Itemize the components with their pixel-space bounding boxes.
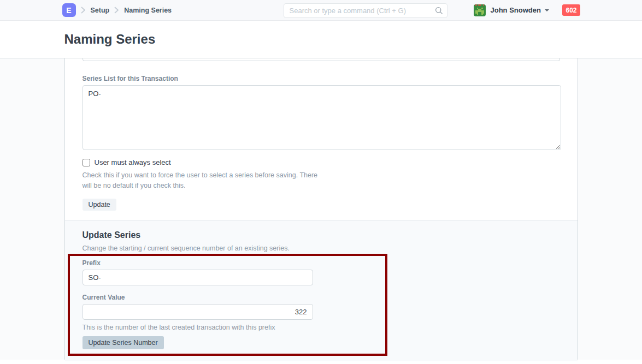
user-must-select-checkbox[interactable] xyxy=(83,159,90,166)
update-series-section: Update Series Change the starting / curr… xyxy=(65,220,578,361)
user-menu[interactable]: John Snowden xyxy=(474,0,549,20)
breadcrumb-setup[interactable]: Setup xyxy=(91,7,110,14)
chevron-right-icon xyxy=(81,7,86,14)
update-button[interactable]: Update xyxy=(83,199,116,211)
update-series-description: Change the starting / current sequence n… xyxy=(83,244,560,252)
current-value-help-text: This is the number of the last created t… xyxy=(83,324,385,331)
checkbox-help-text: Check this if you want to force the user… xyxy=(83,170,321,192)
update-series-number-button[interactable]: Update Series Number xyxy=(83,336,164,349)
avatar xyxy=(474,4,486,16)
page-title: Naming Series xyxy=(64,21,578,47)
app-window: E Setup Naming Series xyxy=(0,0,642,360)
page-body: Series List for this Transaction PO- Use… xyxy=(0,58,642,360)
user-name: John Snowden xyxy=(491,6,541,14)
user-must-select-row: User must always select xyxy=(83,158,560,166)
search-input[interactable] xyxy=(284,3,447,18)
global-search xyxy=(284,3,447,18)
highlight-box: Prefix Current Value This is the number … xyxy=(68,254,387,356)
series-list-textarea[interactable]: PO- xyxy=(83,85,561,150)
prefix-label: Prefix xyxy=(83,259,385,267)
page-head: Naming Series xyxy=(0,21,642,58)
chevron-right-icon xyxy=(114,7,119,14)
breadcrumb-naming-series[interactable]: Naming Series xyxy=(124,7,172,14)
navbar-inner: E Setup Naming Series xyxy=(62,0,580,20)
caret-down-icon xyxy=(545,9,549,11)
prefix-input[interactable] xyxy=(83,270,313,285)
notification-badge[interactable]: 602 xyxy=(562,4,580,16)
series-list-label: Series List for this Transaction xyxy=(83,75,560,82)
transaction-select-cutoff[interactable] xyxy=(83,58,560,61)
current-value-label: Current Value xyxy=(83,294,385,301)
content-column: Series List for this Transaction PO- Use… xyxy=(64,58,578,360)
update-series-heading: Update Series xyxy=(83,230,560,240)
top-navbar: E Setup Naming Series xyxy=(0,0,642,21)
user-must-select-label: User must always select xyxy=(95,158,171,166)
search-icon[interactable] xyxy=(435,7,443,16)
app-logo[interactable]: E xyxy=(62,3,76,17)
current-value-input[interactable] xyxy=(83,304,313,320)
